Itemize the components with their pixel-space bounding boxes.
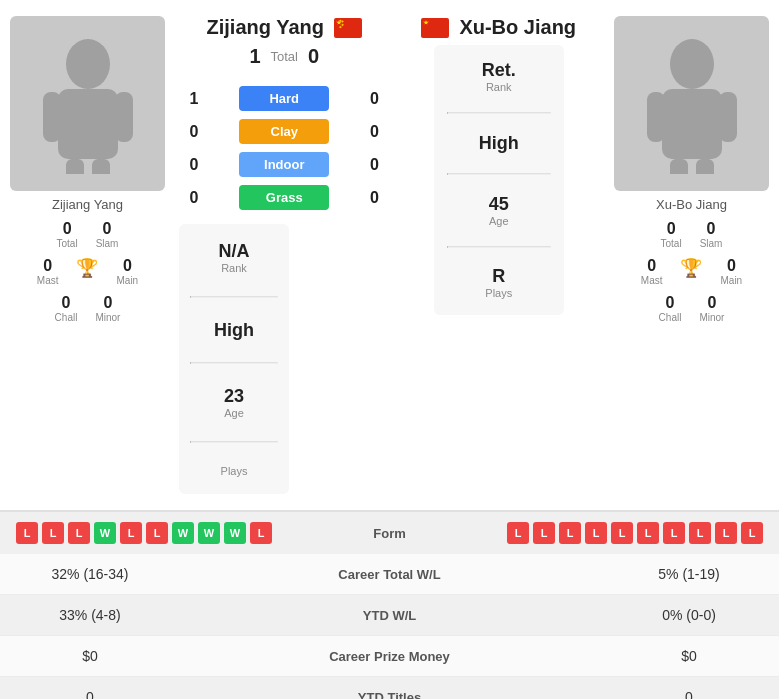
player2-form-badge: L [741,522,763,544]
player2-high-stat: High [479,133,519,154]
player1-total-label: Total [57,238,78,249]
main-container: Zijiang Yang 0 Total 0 Slam 0 Mast 🏆 [0,0,779,699]
hard-badge: Hard [239,86,329,111]
player2-plays-value: R [485,266,512,287]
player2-form-badges: LLLLLLLLLL [507,522,763,544]
svg-rect-18 [670,159,688,174]
player1-form-badge: L [250,522,272,544]
player1-minor-label: Minor [95,312,120,323]
player1-form-badge: W [172,522,194,544]
player1-stats-row2: 0 Mast 🏆 0 Main [37,257,138,286]
player1-form-badge: L [16,522,38,544]
player1-age-value: 23 [224,386,244,407]
player-comparison: Zijiang Yang 0 Total 0 Slam 0 Mast 🏆 [0,0,779,511]
player1-form-badge: L [146,522,168,544]
player1-form-badge: W [198,522,220,544]
player2-mast-label: Mast [641,275,663,286]
player1-header: Zijiang Yang [207,16,362,39]
player1-total-score: 1 [249,45,260,68]
player1-high-value: High [214,320,254,341]
player1-total-block: 0 Total [57,220,78,249]
player1-flag [334,18,362,38]
player2-flag [421,18,449,38]
player2-trophy-block: 🏆 [680,257,702,286]
player2-total-label: Total [661,238,682,249]
svg-point-14 [670,39,714,89]
player1-name-label: Zijiang Yang [52,197,123,212]
clay-row: 0 Clay 0 [179,115,390,148]
stats-label: Career Total W/L [160,567,619,582]
player1-form-badge: W [94,522,116,544]
p2-clay: 0 [360,123,390,141]
stats-table-row: 0YTD Titles0 [0,677,779,699]
p2-hard: 0 [360,90,390,108]
svg-rect-16 [647,92,665,142]
player2-form-badge: L [585,522,607,544]
player2-main-value: 0 [727,257,736,275]
stats-p1-val: 32% (16-34) [20,566,160,582]
stats-p2-val: $0 [619,648,759,664]
player2-plays-stat: R Plays [485,266,512,299]
svg-point-0 [66,39,110,89]
player1-slam-value: 0 [103,220,112,238]
player2-main-label: Main [720,275,742,286]
svg-rect-12 [421,18,449,38]
divider2 [190,362,278,364]
player2-total-value: 0 [667,220,676,238]
player1-chall-label: Chall [55,312,78,323]
player2-middle: Xu-Bo Jiang Ret. Rank High 45 Age [394,16,605,494]
divider3 [190,441,278,443]
player1-rank-label: Rank [219,262,250,274]
player1-trophy-block: 🏆 [76,257,98,286]
player2-chall-block: 0 Chall [659,294,682,323]
player1-form-badges: LLLWLLWWWL [16,522,272,544]
stats-p1-val: 0 [20,689,160,699]
player1-plays-value: Plays [221,465,248,477]
player1-main-label: Main [116,275,138,286]
player2-name-big: Xu-Bo Jiang [459,16,576,39]
bottom-stats-table: 32% (16-34)Career Total W/L5% (1-19)33% … [0,554,779,699]
player2-age-stat: 45 Age [489,194,509,227]
divider1 [190,296,278,298]
player2-stats-row3: 0 Chall 0 Minor [659,294,725,323]
divider6 [447,246,551,248]
stats-p2-val: 0% (0-0) [619,607,759,623]
player1-slam-label: Slam [96,238,119,249]
indoor-badge: Indoor [239,152,329,177]
player2-box: Ret. Rank High 45 Age R Plays [434,45,564,315]
player1-stats-row1: 0 Total 0 Slam [57,220,119,249]
player2-slam-block: 0 Slam [700,220,723,249]
svg-rect-6 [334,18,362,38]
player2-form-badge: L [507,522,529,544]
player2-age-label: Age [489,215,509,227]
stats-p1-val: $0 [20,648,160,664]
svg-rect-19 [696,159,714,174]
surface-section: 1 Hard 0 0 Clay 0 0 Indoor 0 0 Grass [179,82,390,214]
player1-total-value: 0 [63,220,72,238]
player2-stats-row2: 0 Mast 🏆 0 Main [641,257,742,286]
player2-plays-label: Plays [485,287,512,299]
player1-age-stat: 23 Age [224,386,244,419]
total-score-label: Total [271,49,298,64]
player1-rank-value: N/A [219,241,250,262]
player1-trophy-icon: 🏆 [76,257,98,279]
player1-stat-boxes: N/A Rank High 23 Age Plays [179,224,390,494]
player2-mast-block: 0 Mast [641,257,663,286]
player1-form-badge: L [68,522,90,544]
player1-main-block: 0 Main [116,257,138,286]
svg-rect-1 [58,89,118,159]
player1-mast-label: Mast [37,275,59,286]
player1-rank-stat: N/A Rank [219,241,250,274]
player1-mast-block: 0 Mast [37,257,59,286]
player2-form-badge: L [637,522,659,544]
player2-header: Xu-Bo Jiang [421,16,576,39]
player1-name-big: Zijiang Yang [207,16,324,39]
player2-form-badge: L [663,522,685,544]
player2-chall-label: Chall [659,312,682,323]
stats-table-row: 33% (4-8)YTD W/L0% (0-0) [0,595,779,636]
indoor-row: 0 Indoor 0 [179,148,390,181]
player2-high-value: High [479,133,519,154]
player2-form-badge: L [715,522,737,544]
p2-indoor: 0 [360,156,390,174]
player2-minor-value: 0 [707,294,716,312]
